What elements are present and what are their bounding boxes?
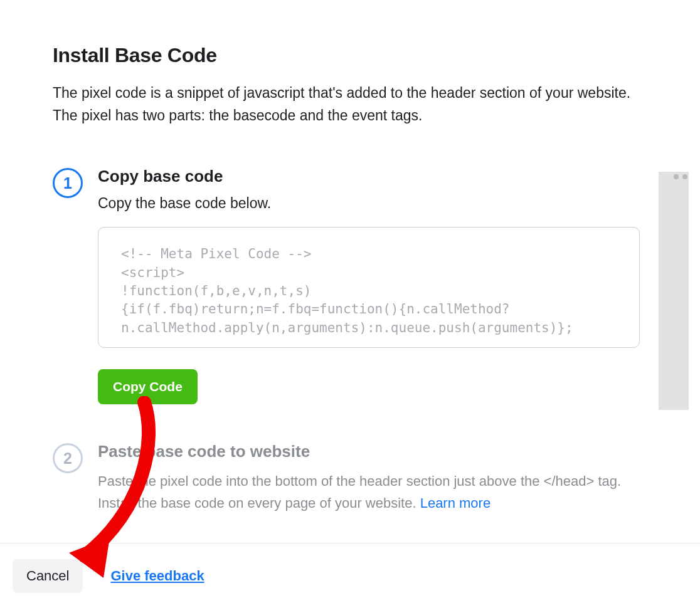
page-description: The pixel code is a snippet of javascrip… — [53, 82, 640, 127]
step-2: 2 Paste base code to website Paste the p… — [53, 442, 640, 514]
scrollbar-rail[interactable] — [659, 172, 689, 410]
footer-divider — [0, 543, 700, 543]
window-dots-icon — [674, 174, 687, 179]
step-1-title: Copy base code — [98, 167, 640, 186]
page-title: Install Base Code — [53, 44, 640, 67]
step-2-desc-text: Paste the pixel code into the bottom of … — [98, 473, 621, 511]
step-1: 1 Copy base code Copy the base code belo… — [53, 167, 640, 404]
step-2-title: Paste base code to website — [98, 442, 640, 461]
step-number-2: 2 — [53, 443, 83, 473]
give-feedback-link[interactable]: Give feedback — [110, 568, 204, 584]
step-number-1: 1 — [53, 168, 83, 198]
learn-more-link[interactable]: Learn more — [420, 495, 491, 511]
cancel-button[interactable]: Cancel — [13, 559, 83, 593]
step-1-subtitle: Copy the base code below. — [98, 195, 640, 212]
code-snippet-box[interactable]: <!-- Meta Pixel Code --> <script> !funct… — [98, 227, 640, 348]
step-2-description: Paste the pixel code into the bottom of … — [98, 470, 640, 514]
copy-code-button[interactable]: Copy Code — [98, 369, 198, 404]
